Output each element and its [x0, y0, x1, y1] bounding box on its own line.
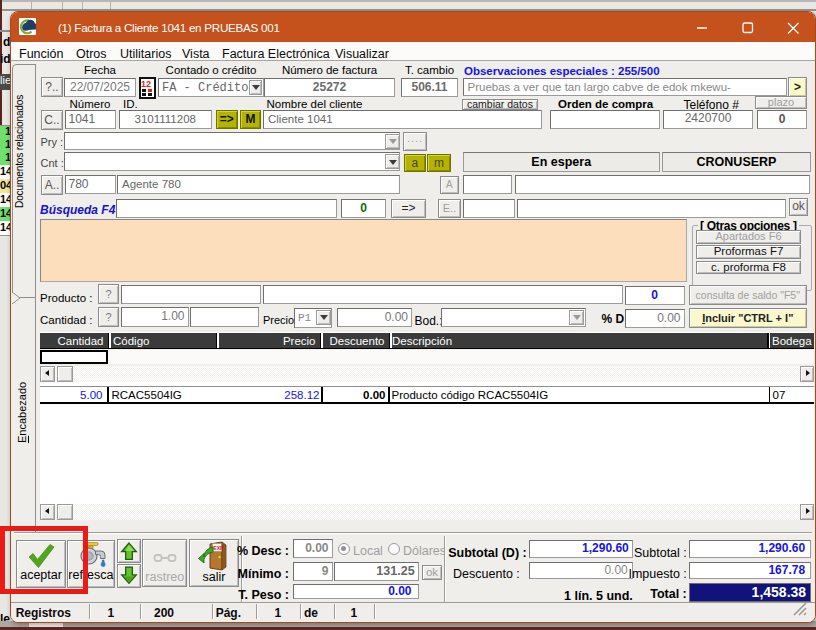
svg-text:12: 12	[141, 79, 151, 89]
